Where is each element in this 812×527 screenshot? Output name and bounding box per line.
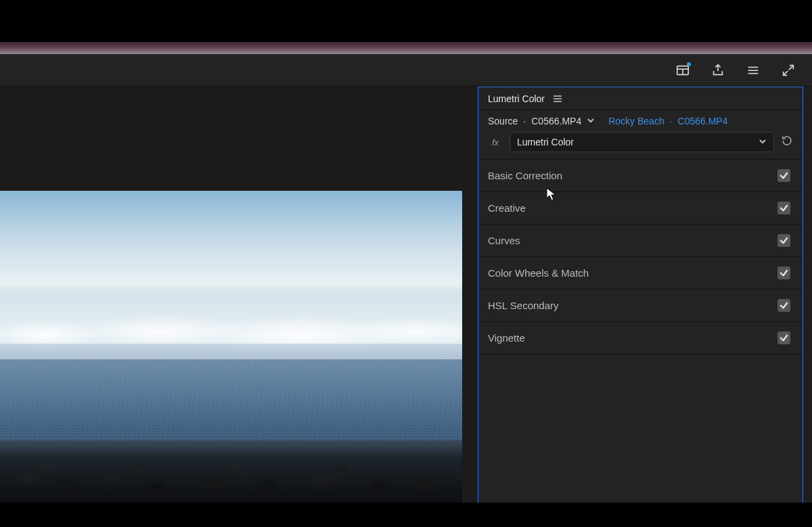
panel-menu-lines-icon[interactable] (746, 63, 761, 78)
export-icon[interactable] (710, 63, 725, 78)
effect-name: Lumetri Color (517, 137, 574, 147)
section-label: Color Wheels & Match (488, 267, 589, 279)
section-toggle-checkbox[interactable] (777, 234, 790, 247)
panel-title: Lumetri Color (488, 93, 545, 104)
video-rocks (0, 440, 462, 503)
section-color-wheels-match[interactable]: Color Wheels & Match (478, 257, 803, 290)
top-toolbar (0, 54, 812, 87)
source-clip-name: C0566.MP4 (531, 116, 581, 127)
panel-menu-icon[interactable] (553, 93, 562, 105)
section-basic-correction[interactable]: Basic Correction (478, 160, 803, 192)
dot-separator: · (670, 116, 673, 127)
section-label: Curves (488, 235, 520, 246)
section-hsl-secondary[interactable]: HSL Secondary (478, 290, 803, 322)
section-label: Vignette (488, 332, 525, 344)
section-toggle-checkbox[interactable] (777, 267, 790, 279)
section-label: Basic Correction (488, 170, 562, 181)
notification-dot (687, 62, 691, 66)
section-label: HSL Secondary (488, 300, 559, 311)
os-window-chrome (0, 42, 812, 54)
section-toggle-checkbox[interactable] (777, 202, 790, 214)
fx-badge[interactable]: fx (488, 137, 503, 147)
panel-header[interactable]: Lumetri Color (478, 87, 803, 110)
chevron-down-icon[interactable] (587, 116, 595, 127)
letterbox-top (0, 0, 812, 42)
section-label: Creative (488, 202, 526, 214)
video-frame (0, 191, 462, 503)
letterbox-bottom (0, 503, 812, 527)
section-vignette[interactable]: Vignette (478, 322, 803, 354)
effect-dropdown[interactable]: Lumetri Color (510, 132, 774, 152)
section-toggle-checkbox[interactable] (777, 299, 790, 312)
lumetri-sections: Basic Correction Creative Curves Color W… (478, 159, 803, 354)
fullscreen-icon[interactable] (781, 63, 796, 78)
sequence-name[interactable]: Rocky Beach (608, 116, 664, 127)
reset-icon[interactable] (781, 135, 793, 150)
chevron-down-icon (759, 137, 767, 147)
section-toggle-checkbox[interactable] (777, 169, 790, 182)
program-monitor (0, 87, 478, 503)
dot-separator: · (523, 116, 526, 127)
lumetri-color-panel: Lumetri Color Source · C0566.MP4 Rocky B… (478, 87, 803, 503)
section-curves[interactable]: Curves (478, 225, 803, 257)
app-window: Lumetri Color Source · C0566.MP4 Rocky B… (0, 54, 812, 503)
section-creative[interactable]: Creative (478, 192, 803, 225)
section-toggle-checkbox[interactable] (777, 331, 790, 344)
sequence-clip-name[interactable]: C0566.MP4 (678, 116, 728, 127)
workspace-icon[interactable] (675, 63, 690, 78)
source-prefix: Source (488, 116, 518, 127)
effect-row: fx Lumetri Color (478, 129, 803, 159)
source-breadcrumb[interactable]: Source · C0566.MP4 Rocky Beach · C0566.M… (478, 110, 803, 129)
